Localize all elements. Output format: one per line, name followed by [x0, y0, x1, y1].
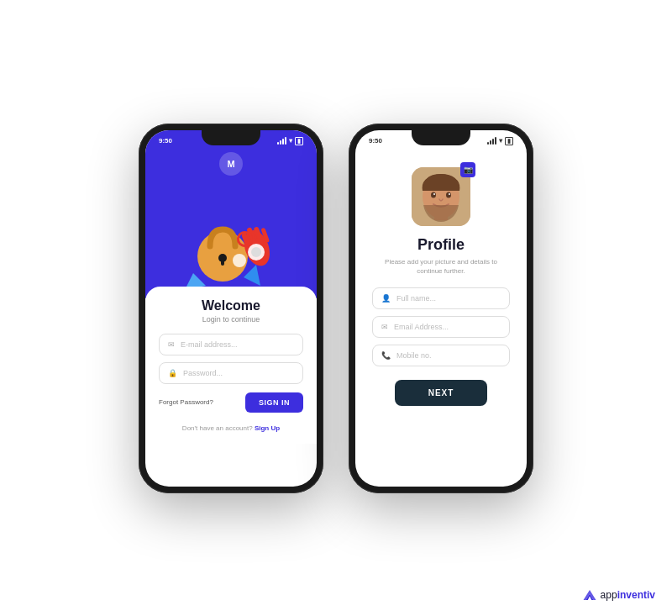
profile-body: 📷 Profile Please add your picture and de… [355, 145, 527, 419]
brand-icon [582, 587, 597, 603]
welcome-title: Welcome [159, 298, 303, 313]
svg-point-19 [446, 192, 451, 197]
notch-2 [412, 130, 470, 145]
wifi-icon: ▾ [289, 137, 292, 145]
profile-subtitle: Please add your picture and details to c… [372, 257, 510, 276]
status-icons-2: ▾ ▮ [487, 137, 513, 145]
camera-icon: 📷 [464, 166, 473, 174]
email-icon-2: ✉ [381, 323, 388, 331]
login-phone: 9:50 ▾ ▮ M [139, 124, 323, 493]
mobile-field[interactable]: 📞 Mobile no. [372, 345, 510, 366]
next-button[interactable]: NEXT [395, 380, 488, 406]
email-field[interactable]: ✉ E-mail address... [159, 334, 303, 355]
profile-email-field[interactable]: ✉ Email Address... [372, 316, 510, 338]
time-label-2: 9:50 [369, 137, 382, 145]
password-field[interactable]: 🔒 Password... [159, 362, 303, 384]
profile-title: Profile [417, 236, 465, 254]
email-icon: ✉ [168, 340, 175, 349]
phone-icon: 📞 [381, 351, 391, 360]
avatar-edit-badge[interactable]: 📷 [460, 162, 475, 177]
brand-name: appinventiv [601, 589, 655, 601]
profile-phone: 9:50 ▾ ▮ [349, 124, 533, 493]
hero-illustration [176, 189, 286, 298]
app-logo: M [219, 152, 243, 176]
svg-rect-3 [221, 260, 224, 266]
signup-row: Don't have an account? Sign Up [159, 424, 303, 432]
svg-point-18 [431, 192, 436, 197]
forgot-password-label[interactable]: Forgot Password? [159, 398, 213, 406]
svg-marker-14 [244, 265, 260, 286]
fullname-field[interactable]: 👤 Full name... [372, 287, 510, 309]
svg-point-12 [233, 254, 246, 267]
fullname-placeholder: Full name... [396, 294, 436, 303]
person-icon: 👤 [381, 294, 391, 303]
brand-logo: appinventiv [582, 587, 655, 603]
signal-icon [277, 137, 286, 145]
password-placeholder: Password... [183, 369, 223, 377]
notch [202, 130, 260, 145]
battery-icon-2: ▮ [505, 137, 513, 145]
signal-icon-2 [487, 137, 496, 145]
battery-icon: ▮ [295, 137, 303, 145]
welcome-subtitle: Login to continue [159, 315, 303, 324]
svg-point-21 [449, 193, 450, 195]
sign-in-button[interactable]: SIGN IN [245, 392, 303, 413]
logo-letter: M [227, 159, 234, 169]
svg-point-11 [251, 247, 261, 257]
email-placeholder: E-mail address... [181, 340, 238, 349]
wifi-icon-2: ▾ [499, 137, 502, 145]
mobile-placeholder: Mobile no. [396, 351, 432, 360]
svg-point-20 [433, 193, 435, 195]
lock-icon: 🔒 [168, 369, 177, 377]
avatar-container: 📷 [412, 167, 470, 226]
time-label: 9:50 [159, 137, 172, 145]
login-body: Welcome Login to continue ✉ E-mail addre… [145, 287, 317, 444]
sign-up-link[interactable]: Sign Up [255, 424, 280, 432]
profile-email-placeholder: Email Address... [394, 323, 449, 331]
no-account-text: Don't have an account? [182, 424, 253, 432]
forgot-row: Forgot Password? SIGN IN [159, 392, 303, 413]
status-icons: ▾ ▮ [277, 137, 303, 145]
